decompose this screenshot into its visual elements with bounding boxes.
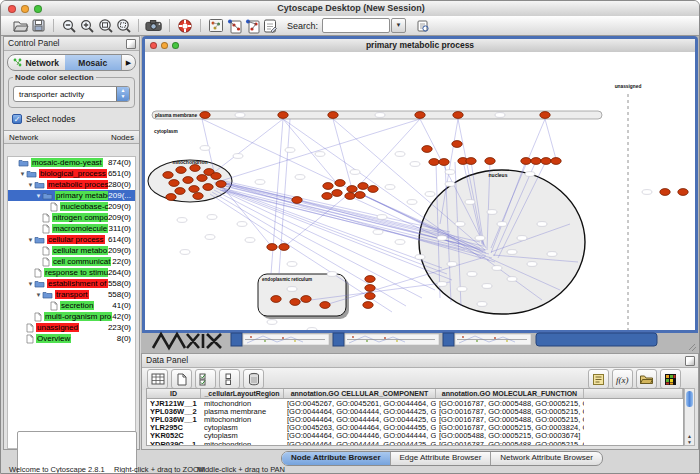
zoom-out-icon[interactable] [60, 18, 78, 34]
gene-node[interactable] [335, 180, 345, 187]
tree-header-network[interactable]: Network [4, 133, 111, 142]
open-folder-icon[interactable] [11, 18, 29, 34]
gene-node[interactable] [169, 180, 179, 187]
gene-node[interactable] [422, 146, 432, 153]
gene-node[interactable] [332, 190, 342, 197]
gene-node[interactable] [415, 112, 425, 119]
gene-node[interactable] [368, 186, 378, 193]
table-scrollbar[interactable]: ▲▼ [684, 388, 695, 446]
gene-node[interactable] [365, 285, 375, 292]
gene-node[interactable] [200, 112, 210, 119]
node-color-combo[interactable]: transporter activity ▲▼ [13, 86, 130, 102]
gene-node[interactable] [453, 112, 463, 119]
tree-expander-icon[interactable]: ▼ [35, 193, 42, 199]
gene-node[interactable] [485, 158, 495, 165]
gene-node[interactable] [267, 244, 277, 251]
table-row[interactable]: YDR039C__1mitochondrion[GO:0044464, GO:0… [147, 440, 683, 446]
resize-grip-icon[interactable] [689, 344, 696, 351]
gene-node[interactable] [175, 188, 185, 195]
snapshot-icon[interactable] [145, 18, 163, 34]
gene-node[interactable] [328, 112, 338, 119]
annotation-icon[interactable] [261, 18, 279, 34]
column-header-annotation.GO CELLULAR_COMPONENT[interactable]: annotation.GO CELLULAR_COMPONENT [284, 389, 436, 398]
column-header-ID[interactable]: ID [147, 389, 201, 398]
tree-row-overview[interactable]: Overview8(0) [8, 333, 135, 344]
minimized-window-bar[interactable] [536, 333, 657, 346]
gene-node[interactable] [197, 175, 207, 182]
select-attributes-icon[interactable] [195, 369, 216, 389]
minimized-windows-strip[interactable] [141, 330, 699, 353]
gene-node[interactable] [521, 158, 531, 165]
tree-row-cellular-process[interactable]: ▼cellular process614(0) [8, 234, 135, 245]
gene-node[interactable] [551, 158, 561, 165]
tab-overflow-arrow[interactable]: ▶ [121, 55, 135, 70]
advanced-search-icon[interactable] [414, 18, 432, 34]
tree-row-multi-organism-pro[interactable]: multi-organism pro42(0) [8, 311, 135, 322]
tree-row-establishment-of-lo[interactable]: ▼establishment of lo558(0) [8, 278, 135, 289]
column-header-empty[interactable] [584, 389, 683, 398]
tree-row-cellular-metabo[interactable]: cellular metabo209(0) [8, 245, 135, 256]
tree-row-macromolecule[interactable]: macromolecule311(0) [8, 223, 135, 234]
gene-node[interactable] [190, 165, 200, 172]
network-window[interactable]: primary metabolic process plasma membran… [142, 36, 698, 333]
gene-node[interactable] [189, 186, 199, 193]
save-icon[interactable] [29, 18, 47, 34]
gene-node[interactable] [540, 112, 550, 119]
birdseye-icon[interactable] [207, 18, 225, 34]
gene-node[interactable] [278, 112, 288, 119]
gene-node[interactable] [322, 193, 332, 200]
gene-node[interactable] [365, 293, 375, 300]
zoom-selected-icon[interactable] [114, 18, 132, 34]
gene-node[interactable] [176, 167, 186, 174]
gene-node[interactable] [290, 299, 300, 306]
gene-node[interactable] [163, 172, 173, 179]
tree-row-transport[interactable]: ▼transport558(0) [8, 289, 135, 300]
gene-node[interactable] [345, 193, 355, 200]
gene-node[interactable] [166, 194, 176, 201]
gene-node[interactable] [203, 184, 213, 191]
import-attributes-icon[interactable] [636, 369, 657, 389]
tree-row-biological-process[interactable]: ▼biological_process651(0) [8, 168, 135, 179]
column-header-_cellularLayoutRegion[interactable]: _cellularLayoutRegion [201, 389, 284, 398]
gene-node[interactable] [193, 193, 203, 200]
tree-row-primary-metabo[interactable]: ▼primary metabo209(... [8, 190, 135, 201]
gene-node[interactable] [347, 186, 357, 193]
attribute-grid-icon[interactable] [147, 369, 168, 389]
tree-row-secretion[interactable]: secretion41(0) [8, 300, 135, 311]
minimized-window-art[interactable] [153, 334, 221, 348]
tree-row-mosaic-demo-yeast[interactable]: mosaic-demo-yeast874(0) [8, 157, 135, 168]
tree-expander-icon[interactable]: ▼ [27, 182, 34, 188]
tree-header-nodes[interactable]: Nodes [111, 133, 139, 142]
gene-node[interactable] [292, 197, 302, 204]
help-ring-icon[interactable] [176, 18, 194, 34]
edge[interactable] [355, 119, 420, 190]
tree-row-response-to-stimul[interactable]: response to stimul264(0) [8, 267, 135, 278]
unselect-attributes-icon[interactable] [219, 369, 240, 389]
gene-node[interactable] [466, 158, 476, 165]
gene-node[interactable] [439, 159, 449, 166]
zoom-fit-icon[interactable] [96, 18, 114, 34]
gene-node[interactable] [211, 173, 221, 180]
edge[interactable] [202, 119, 486, 253]
gene-node[interactable] [678, 189, 688, 196]
gene-node[interactable] [365, 276, 375, 283]
filter-icon[interactable] [243, 18, 261, 34]
minimized-window-icon[interactable] [231, 333, 242, 346]
column-header-annotation.GO MOLECULAR_FUNCTION[interactable]: annotation.GO MOLECULAR_FUNCTION [436, 389, 584, 398]
tree-row-cell-communicat[interactable]: cell communicat22(0) [8, 256, 135, 267]
tree-row-nucleobase-c[interactable]: nucleobase-c209(0) [8, 201, 135, 212]
gene-node[interactable] [541, 158, 551, 165]
gene-node[interactable] [320, 302, 330, 309]
tree-expander-icon[interactable]: ▼ [27, 237, 34, 243]
search-input[interactable] [322, 18, 390, 33]
tab-network[interactable]: Network [8, 55, 65, 70]
matrix-icon[interactable] [660, 369, 681, 389]
tree-row-nitrogen-compo[interactable]: nitrogen compo209(0) [8, 212, 135, 223]
function-builder-icon[interactable]: f(x) [612, 369, 633, 389]
network-canvas[interactable]: plasma membranecytoplasmmitochondrionnuc… [145, 52, 695, 330]
new-attribute-icon[interactable] [171, 369, 192, 389]
edge[interactable] [333, 119, 352, 189]
gene-node[interactable] [429, 159, 439, 166]
tab-mosaic[interactable]: Mosaic [65, 55, 122, 70]
edge[interactable] [212, 119, 283, 174]
